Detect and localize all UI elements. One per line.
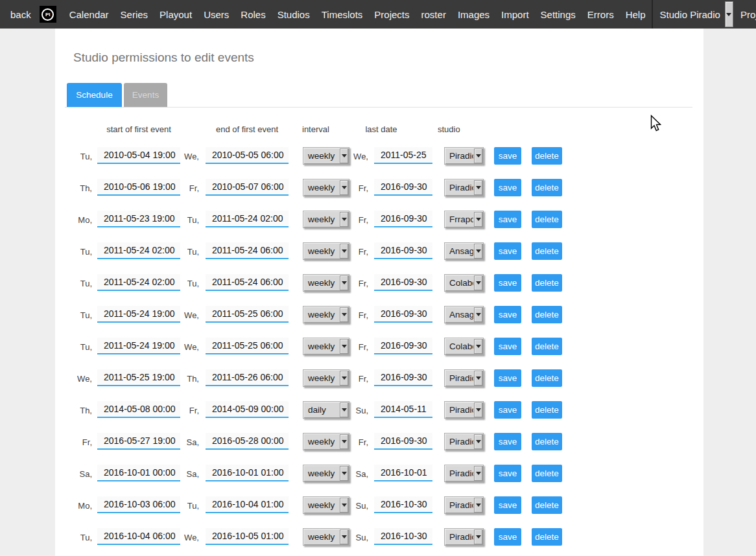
delete-button[interactable]: delete	[532, 528, 562, 546]
delete-button[interactable]: delete	[532, 242, 562, 260]
studio-select[interactable]: Piradio	[444, 528, 484, 546]
nav-item[interactable]: Errors	[582, 9, 620, 20]
last-date-input[interactable]	[374, 274, 432, 291]
studio-select[interactable]: Ansage	[444, 306, 484, 323]
save-button[interactable]: save	[494, 496, 521, 514]
chevron-down-icon[interactable]	[474, 402, 482, 417]
start-input[interactable]	[97, 147, 180, 164]
start-input[interactable]	[97, 211, 180, 227]
studio-select[interactable]: Piradio	[444, 496, 484, 514]
start-input[interactable]	[97, 274, 180, 291]
nav-item[interactable]: Timeslots	[316, 9, 369, 20]
start-input[interactable]	[97, 433, 180, 450]
tab-events[interactable]: Events	[124, 83, 167, 107]
start-input[interactable]	[97, 496, 180, 513]
delete-button[interactable]: delete	[532, 465, 562, 482]
nav-item[interactable]: Help	[620, 9, 652, 20]
studio-select[interactable]: Piradio	[444, 433, 484, 450]
chevron-down-icon[interactable]	[474, 244, 482, 259]
chevron-down-icon[interactable]	[474, 498, 482, 513]
save-button[interactable]: save	[494, 338, 521, 355]
last-date-input[interactable]	[374, 179, 432, 196]
end-input[interactable]	[206, 465, 289, 481]
studio-select[interactable]: Colabo	[444, 338, 484, 355]
studio-select-nav[interactable]: Studio Piradio	[653, 0, 733, 29]
end-input[interactable]	[206, 528, 289, 545]
end-input[interactable]	[206, 401, 289, 418]
end-input[interactable]	[206, 211, 289, 227]
chevron-down-icon[interactable]	[474, 529, 482, 544]
studio-select[interactable]: Colabo	[444, 274, 484, 292]
end-input[interactable]	[206, 179, 289, 196]
delete-button[interactable]: delete	[532, 147, 562, 165]
piradio-logo-icon[interactable]: PI	[40, 6, 56, 23]
studio-select[interactable]: Ansage	[444, 242, 484, 260]
delete-button[interactable]: delete	[532, 369, 562, 387]
chevron-down-icon[interactable]	[474, 148, 482, 163]
last-date-input[interactable]	[374, 401, 432, 418]
last-date-input[interactable]	[374, 465, 432, 481]
chevron-down-icon[interactable]	[474, 180, 482, 195]
chevron-down-icon[interactable]	[474, 371, 482, 386]
nav-item[interactable]: Studios	[272, 9, 316, 20]
last-date-input[interactable]	[374, 369, 432, 386]
nav-item[interactable]: Import	[495, 9, 535, 20]
last-date-input[interactable]	[374, 338, 432, 354]
nav-item[interactable]: Calendar	[64, 9, 115, 20]
nav-item[interactable]: Users	[198, 9, 235, 20]
delete-button[interactable]: delete	[532, 211, 562, 228]
delete-button[interactable]: delete	[532, 496, 562, 514]
delete-button[interactable]: delete	[532, 274, 562, 292]
chevron-down-icon[interactable]	[474, 466, 482, 481]
delete-button[interactable]: delete	[532, 338, 562, 355]
save-button[interactable]: save	[494, 528, 521, 546]
start-input[interactable]	[97, 306, 180, 323]
studio-select[interactable]: Piradio	[444, 179, 484, 196]
save-button[interactable]: save	[494, 147, 521, 165]
end-input[interactable]	[206, 433, 289, 450]
last-date-input[interactable]	[374, 147, 432, 164]
end-input[interactable]	[206, 306, 289, 323]
save-button[interactable]: save	[494, 433, 521, 450]
save-button[interactable]: save	[494, 211, 521, 228]
start-input[interactable]	[97, 338, 180, 354]
start-input[interactable]	[97, 401, 180, 418]
studio-select[interactable]: Piradio	[444, 147, 484, 165]
delete-button[interactable]: delete	[532, 306, 562, 323]
save-button[interactable]: save	[494, 306, 521, 323]
save-button[interactable]: save	[494, 369, 521, 387]
chevron-down-icon[interactable]	[474, 212, 482, 227]
last-date-input[interactable]	[374, 496, 432, 513]
last-date-input[interactable]	[374, 211, 432, 227]
tab-schedule[interactable]: Schedule	[67, 83, 122, 107]
start-input[interactable]	[97, 242, 180, 259]
last-date-input[interactable]	[374, 433, 432, 450]
delete-button[interactable]: delete	[532, 433, 562, 450]
end-input[interactable]	[206, 147, 289, 164]
last-date-input[interactable]	[374, 528, 432, 545]
nav-item[interactable]: Playout	[154, 9, 198, 20]
nav-item[interactable]: roster	[416, 9, 452, 20]
save-button[interactable]: save	[494, 242, 521, 260]
back-link[interactable]: back	[0, 9, 40, 20]
studio-select[interactable]: Piradio	[444, 369, 484, 387]
save-button[interactable]: save	[494, 274, 521, 292]
nav-item[interactable]: Images	[452, 9, 495, 20]
chevron-down-icon[interactable]	[474, 307, 482, 322]
chevron-down-icon[interactable]	[474, 434, 482, 449]
save-button[interactable]: save	[494, 401, 521, 419]
studio-select[interactable]: Piradio	[444, 465, 484, 482]
project-select-nav[interactable]: Project 88vier	[733, 0, 756, 29]
studio-select[interactable]: Piradio	[444, 401, 484, 419]
end-input[interactable]	[206, 274, 289, 291]
chevron-down-icon[interactable]	[474, 275, 482, 290]
end-input[interactable]	[206, 242, 289, 259]
end-input[interactable]	[206, 496, 289, 513]
end-input[interactable]	[206, 338, 289, 354]
chevron-down-icon[interactable]	[725, 1, 733, 27]
nav-item[interactable]: Projects	[368, 9, 415, 20]
studio-select[interactable]: Frrapo	[444, 211, 484, 228]
last-date-input[interactable]	[374, 306, 432, 323]
end-input[interactable]	[206, 369, 289, 386]
nav-item[interactable]: Series	[115, 9, 154, 20]
